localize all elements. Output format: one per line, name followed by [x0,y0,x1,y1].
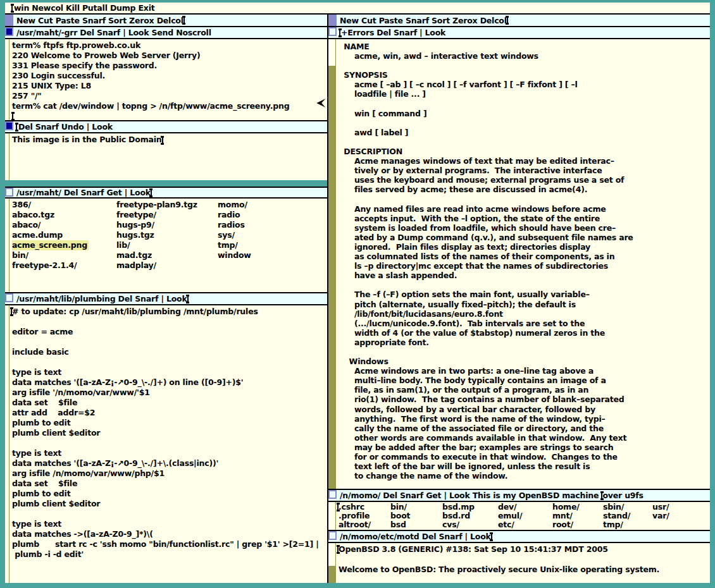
window-tag-text[interactable]: Del Snarf Undo | Look [18,122,113,132]
window-body-home-dir[interactable]: 386/abaco.tgzabaco/acme.dumpacme_screen.… [5,199,327,293]
file-entry[interactable]: radio [218,210,251,220]
scrollbar[interactable] [5,305,9,583]
column-drag-button[interactable] [5,15,13,26]
listing-column: momo/radioradiossys/tmp/window [218,200,251,292]
terminal-output[interactable]: term% ftpfs ftp.proweb.co.uk 220 Welcome… [9,39,327,120]
window-body-errors[interactable]: NAME acme, win, awd – interactive text w… [328,39,710,490]
window-tag-text[interactable]: +Errors Del Snarf | Look [341,28,445,37]
listing-column: usr/var/ [652,503,669,530]
scrollbar-thumb[interactable] [328,39,335,66]
column-drag-button[interactable] [328,15,337,26]
window-tag-text[interactable]: over u9fs [602,491,643,500]
text-caret [151,189,152,197]
scrollbar[interactable] [5,133,9,180]
clean-indicator-button[interactable] [328,27,337,36]
clean-indicator-button[interactable] [328,531,337,540]
column-tag-commands[interactable]: New Cut Paste Snarf Sort Zerox Delcol [340,16,507,25]
file-entry[interactable]: acme.dump [12,230,116,240]
file-entry[interactable]: freetype-plan9.tgz [116,200,218,210]
file-entry[interactable]: usr/ [652,503,669,511]
file-entry[interactable]: .cshrc [339,503,390,511]
scrollbar[interactable] [328,39,336,489]
file-entry[interactable]: etc/ [498,520,552,529]
text-caret [162,137,163,144]
window-tag-text[interactable]: /n/momo/ Del Snarf Get | Look This is my… [340,491,601,500]
file-entry[interactable]: madplay/ [116,260,218,271]
scrollbar[interactable] [328,543,336,583]
window-tag-text[interactable]: /usr/maht/-grr Del Snarf | Look Send Nos… [16,28,211,37]
scrollbar[interactable] [5,39,9,120]
file-entry[interactable]: .profile [339,511,390,520]
window-body-motd[interactable]: OpenBSD 3.8 (GENERIC) #138: Sat Sep 10 1… [328,543,710,583]
dirty-indicator-button[interactable] [5,27,13,36]
file-entry[interactable]: mnt/ [552,511,603,520]
file-entry[interactable]: boot [390,511,442,520]
file-entry[interactable]: bin/ [12,250,116,260]
plumbing-rules-text[interactable]: # to update: cp /usr/maht/lib/plumbing /… [9,305,327,583]
man-page-text[interactable]: NAME acme, win, awd – interactive text w… [336,39,710,489]
left-column-tag[interactable]: New Cut Paste Snarf Sort Zerox Delcol [5,15,327,27]
file-entry[interactable]: sys/ [218,230,251,240]
window-body-note[interactable]: This image is in the Public Domain [5,133,327,180]
clean-indicator-button[interactable] [5,188,13,197]
window-tag-momo-dir[interactable]: /n/momo/ Del Snarf Get | Look This is my… [328,490,710,502]
main-tag[interactable]: win Newcol Kill Putall Dump Exit [5,3,710,15]
window-tag-note[interactable]: Del Snarf Undo | Look [5,121,327,133]
window-tag-motd[interactable]: /n/momo/etc/motd Del Snarf | Look [328,531,710,543]
file-entry[interactable]: hugs.tgz [116,230,218,240]
left-column: New Cut Paste Snarf Sort Zerox Delcol /u… [5,15,327,583]
file-entry[interactable]: var/ [652,511,669,520]
file-entry[interactable]: tmp/ [603,520,652,529]
window-tag-plumbing[interactable]: /usr/maht/lib/plumbing Del Snarf | Look [5,293,327,305]
window-tag-terminal[interactable]: /usr/maht/-grr Del Snarf | Look Send Nos… [5,27,327,39]
main-tag-commands[interactable]: win Newcol Kill Putall Dump Exit [14,3,155,13]
file-entry[interactable]: emul/ [498,511,552,520]
file-entry[interactable]: bin/ [390,503,442,511]
file-entry[interactable]: 386/ [12,200,116,210]
file-entry[interactable]: root/ [552,520,603,529]
right-column-tag[interactable]: New Cut Paste Snarf Sort Zerox Delcol [328,15,710,27]
file-entry[interactable]: freetype-2.1.4/ [12,260,116,271]
listing-column: home/mnt/root/ [552,503,603,530]
file-entry[interactable]: freetype/ [116,210,218,220]
scrollbar[interactable] [328,502,336,530]
file-entry[interactable]: altroot/ [339,520,390,529]
file-entry[interactable]: home/ [552,503,603,511]
note-text[interactable]: This image is in the Public Domain [12,135,162,144]
file-entry[interactable]: acme_screen.png [12,240,89,250]
file-entry[interactable]: dev/ [498,503,552,511]
window-body-momo-dir[interactable]: .cshrc.profilealtroot/ bin/bootbsd bsd.m… [328,502,710,531]
window-tag-home-dir[interactable]: /usr/maht/ Del Snarf Get | Look [5,187,327,199]
scrollbar-thumb[interactable] [328,543,335,566]
file-entry[interactable]: lib/ [116,240,218,250]
window-tag-errors[interactable]: +Errors Del Snarf | Look [328,27,710,39]
text-caret [183,16,185,24]
text-caret [339,29,340,37]
column-tag-commands[interactable]: New Cut Paste Snarf Sort Zerox Delcol [16,16,183,25]
file-entry[interactable]: tmp/ [218,240,251,250]
file-entry[interactable]: stand/ [603,511,652,520]
text-caret [337,546,339,553]
window-tag-text[interactable]: /usr/maht/lib/plumbing Del Snarf | Look [16,294,187,303]
file-entry[interactable]: abaco/ [12,220,116,230]
file-entry[interactable]: bsd [390,520,442,529]
file-entry[interactable]: radios [218,220,251,230]
motd-text[interactable]: OpenBSD 3.8 (GENERIC) #138: Sat Sep 10 1… [336,543,710,583]
dirty-indicator-button[interactable] [5,121,13,130]
clean-indicator-button[interactable] [328,490,337,499]
file-entry[interactable]: hugs-p9/ [116,220,218,230]
scrollbar[interactable] [5,199,9,292]
file-entry[interactable]: sbin/ [603,503,652,511]
window-tag-text[interactable]: /usr/maht/ Del Snarf Get | Look [16,188,151,197]
window-body-plumbing[interactable]: # to update: cp /usr/maht/lib/plumbing /… [5,305,327,583]
window-body-terminal[interactable]: term% ftpfs ftp.proweb.co.uk 220 Welcome… [5,39,327,121]
file-entry[interactable]: momo/ [218,200,251,210]
window-tag-text[interactable]: /n/momo/etc/motd Del Snarf | Look [340,532,491,541]
file-entry[interactable]: mad.tgz [116,250,218,260]
file-entry[interactable]: bsd.rd [442,511,498,520]
file-entry[interactable]: bsd.mp [442,503,498,511]
file-entry[interactable]: abaco.tgz [12,210,116,220]
clean-indicator-button[interactable] [5,293,13,302]
file-entry[interactable]: cvs/ [442,520,498,529]
file-entry[interactable]: window [218,250,251,260]
